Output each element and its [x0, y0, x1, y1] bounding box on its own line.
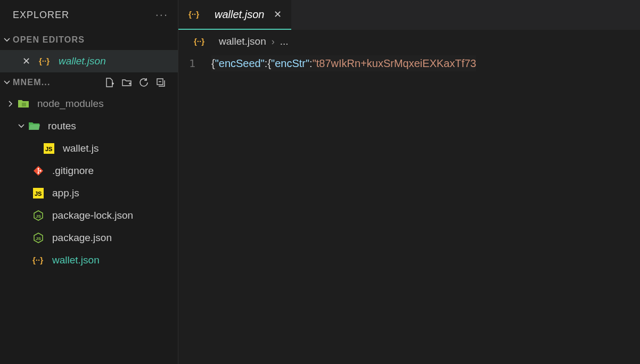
- close-icon[interactable]: ✕: [21, 55, 31, 67]
- node-icon: JS: [32, 209, 45, 222]
- open-editors-header[interactable]: OPEN EDITORS: [0, 30, 178, 50]
- node-icon: JS: [32, 231, 45, 244]
- json-icon: {··}: [193, 35, 206, 48]
- file-gitignore[interactable]: .gitignore: [0, 160, 178, 182]
- file-wallet-json[interactable]: {··} wallet.json: [0, 249, 178, 271]
- chevron-right-icon: [4, 97, 17, 110]
- svg-text:{··}: {··}: [39, 56, 50, 65]
- chevron-down-icon: [1, 34, 13, 46]
- folder-label: routes: [48, 120, 76, 132]
- file-wallet-js[interactable]: JS wallet.js: [0, 137, 178, 160]
- workspace-label: MNEM...: [13, 78, 51, 87]
- svg-text:JS: JS: [35, 191, 42, 197]
- code-line[interactable]: {"encSeed":{"encStr":"t87wIkRn+kuxSrMqxe…: [211, 55, 476, 71]
- svg-rect-2: [22, 103, 26, 106]
- breadcrumb-file: wallet.json: [219, 36, 266, 47]
- svg-text:JS: JS: [45, 146, 52, 152]
- breadcrumb-more: ...: [280, 36, 289, 47]
- editor-pane: {··} wallet.json ✕ {··} wallet.json › ..…: [178, 0, 640, 364]
- breadcrumb[interactable]: {··} wallet.json › ...: [178, 30, 640, 53]
- close-icon[interactable]: ✕: [274, 9, 282, 20]
- new-file-icon[interactable]: [103, 76, 116, 89]
- json-icon: {··}: [38, 55, 51, 68]
- chevron-right-icon: ›: [272, 36, 275, 47]
- file-label: wallet.json: [52, 254, 100, 266]
- svg-text:{··}: {··}: [188, 10, 199, 19]
- file-label: wallet.js: [63, 143, 99, 154]
- folder-open-icon: [28, 120, 40, 133]
- folder-routes[interactable]: routes: [0, 115, 178, 137]
- svg-text:{··}: {··}: [194, 37, 204, 46]
- file-label: package.json: [52, 232, 112, 244]
- folder-label: node_modules: [37, 98, 104, 110]
- workspace-header[interactable]: MNEM...: [0, 72, 178, 93]
- svg-text:JS: JS: [36, 214, 41, 219]
- js-icon: JS: [43, 142, 55, 155]
- sidebar-title: EXPLORER: [13, 10, 69, 21]
- folder-node-modules[interactable]: node_modules: [0, 93, 178, 115]
- line-number: 1: [178, 55, 211, 71]
- file-app-js[interactable]: JS app.js: [0, 182, 178, 204]
- code-editor[interactable]: 1 {"encSeed":{"encStr":"t87wIkRn+kuxSrMq…: [178, 53, 640, 71]
- file-label: .gitignore: [52, 165, 94, 177]
- svg-text:{··}: {··}: [32, 255, 43, 264]
- workspace-actions: [103, 76, 174, 89]
- open-editor-label: wallet.json: [59, 55, 106, 67]
- js-icon: JS: [32, 187, 45, 200]
- explorer-sidebar: EXPLORER ··· OPEN EDITORS ✕ {··} wallet.…: [0, 0, 178, 364]
- chevron-down-icon: [1, 77, 13, 88]
- svg-text:JS: JS: [36, 236, 41, 241]
- json-icon: {··}: [188, 8, 201, 21]
- file-label: app.js: [52, 187, 79, 199]
- tab-label: wallet.json: [215, 9, 264, 21]
- tab-bar: {··} wallet.json ✕: [178, 0, 640, 30]
- file-package-lock[interactable]: JS package-lock.json: [0, 204, 178, 227]
- chevron-down-icon: [15, 120, 28, 133]
- new-folder-icon[interactable]: [120, 76, 133, 89]
- more-icon[interactable]: ···: [155, 8, 168, 22]
- sidebar-header: EXPLORER ···: [0, 0, 178, 30]
- folder-icon: [17, 97, 30, 110]
- open-editors-label: OPEN EDITORS: [13, 35, 85, 45]
- json-icon: {··}: [32, 254, 45, 267]
- open-editor-item[interactable]: ✕ {··} wallet.json: [0, 50, 178, 72]
- refresh-icon[interactable]: [137, 76, 150, 89]
- git-icon: [32, 164, 45, 177]
- file-label: package-lock.json: [52, 210, 133, 221]
- file-package-json[interactable]: JS package.json: [0, 227, 178, 249]
- tab-wallet-json[interactable]: {··} wallet.json ✕: [178, 0, 291, 30]
- collapse-all-icon[interactable]: [154, 76, 167, 89]
